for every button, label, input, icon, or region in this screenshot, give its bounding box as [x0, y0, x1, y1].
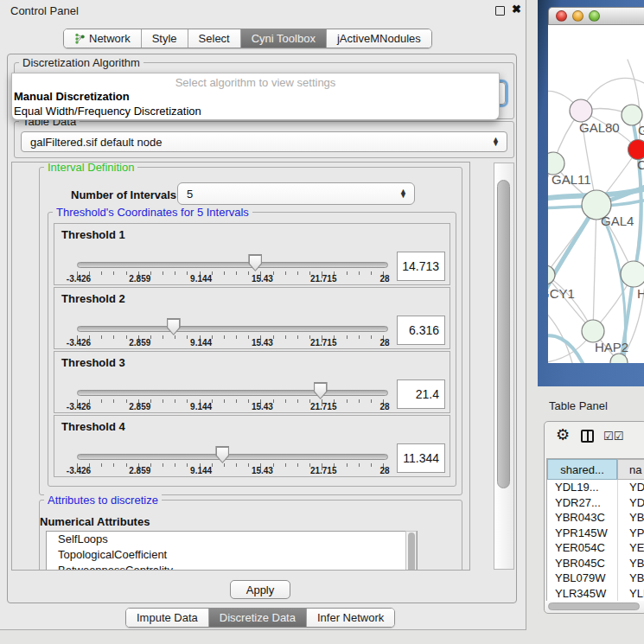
- tab-cyni-toolbox-label: Cyni Toolbox: [252, 32, 316, 45]
- attribute-list-item[interactable]: TopologicalCoefficient: [47, 547, 417, 563]
- table-cell-shared-name[interactable]: YPR145W: [547, 526, 617, 541]
- settings-scrollbar-thumb[interactable]: [497, 180, 510, 488]
- slider-scale-label: 2.859: [129, 274, 150, 284]
- table-cell-shared-name[interactable]: YBR045C: [547, 556, 617, 571]
- table-cell-name[interactable]: YPR1: [617, 526, 644, 541]
- slider-tick: [224, 463, 225, 467]
- table-cell-shared-name[interactable]: YDL19...: [547, 480, 617, 495]
- table-header-name[interactable]: na: [617, 459, 644, 480]
- node-label-hap2: HAP2: [595, 340, 628, 354]
- threshold-slider-thumb[interactable]: [215, 446, 229, 463]
- network-canvas[interactable]: GAL80 G GAL11 C GAL4 GCY1 H HAP2: [548, 25, 644, 363]
- settings-vertical-scrollbar[interactable]: [494, 163, 514, 570]
- tab-select[interactable]: Select: [188, 29, 241, 48]
- attribute-list-item[interactable]: BetweennessCentrality: [47, 563, 417, 571]
- apply-button[interactable]: Apply: [230, 580, 290, 599]
- threshold-label: Threshold 1: [61, 228, 125, 241]
- slider-scale-label: 28: [379, 274, 389, 284]
- zoom-traffic-light[interactable]: [589, 10, 600, 22]
- table-horizontal-scrollbar-thumb[interactable]: [548, 603, 640, 610]
- threshold-value-field[interactable]: 11.344: [397, 443, 445, 473]
- node-label-gal11: GAL11: [552, 172, 591, 187]
- control-panel-window: Control Panel ✖ Network Style Select Cyn…: [0, 0, 526, 630]
- slider-scale-label: 2.859: [129, 466, 150, 475]
- table-row[interactable]: YDL19...YDL1: [547, 480, 644, 495]
- threshold-value-field[interactable]: 21.4: [397, 379, 445, 409]
- threshold-slider-track[interactable]: [77, 454, 388, 460]
- table-data-combobox[interactable]: galFiltered.sif default node ▲▼: [21, 131, 507, 152]
- column-layout-icon[interactable]: [581, 430, 594, 443]
- threshold-slider-thumb[interactable]: [248, 254, 262, 271]
- node-attribute-table: shared... na YDL19...YDL1YDR27...YDR2YBR…: [546, 458, 644, 602]
- table-cell-name[interactable]: YBR0: [617, 556, 644, 571]
- node-label-gcy1: GCY1: [548, 286, 575, 301]
- number-of-intervals-value: 5: [187, 188, 193, 201]
- tab-impute-data[interactable]: Impute Data: [126, 609, 209, 627]
- table-row[interactable]: YLR345WYLR3: [547, 586, 644, 602]
- table-row[interactable]: YBR043CYBR0: [547, 510, 644, 526]
- table-cell-shared-name[interactable]: YER054C: [547, 540, 617, 556]
- table-row[interactable]: YBR045CYBR0: [547, 556, 644, 571]
- network-node[interactable]: [621, 261, 644, 287]
- table-row[interactable]: YBL079WYBL0: [547, 571, 644, 586]
- slider-tick: [248, 463, 249, 467]
- attributes-list-scrollbar-thumb[interactable]: [408, 532, 415, 571]
- table-horizontal-scrollbar[interactable]: [545, 601, 644, 612]
- threshold-slider-thumb[interactable]: [314, 382, 328, 399]
- threshold-slider-thumb[interactable]: [167, 318, 181, 335]
- slider-tick: [297, 399, 298, 403]
- table-cell-name[interactable]: YDL1: [617, 480, 644, 495]
- tab-discretize-data[interactable]: Discretize Data: [209, 609, 307, 627]
- tab-jactivemnodules[interactable]: jActiveMNodules: [327, 29, 431, 48]
- dropdown-option-equal-width[interactable]: Equal Width/Frequency Discretization: [12, 104, 499, 118]
- slider-tick: [248, 399, 249, 403]
- network-window-titlebar[interactable]: [548, 7, 644, 25]
- table-cell-shared-name[interactable]: YLR345W: [547, 586, 617, 602]
- threshold-panel: Threshold 4 -3.4262.8599.14415.4321.7152…: [54, 415, 450, 477]
- threshold-panel: Threshold 3 -3.4262.8599.14415.4321.7152…: [54, 351, 450, 413]
- minimize-traffic-light[interactable]: [572, 10, 583, 22]
- slider-scale-label: 28: [379, 466, 389, 475]
- table-cell-name[interactable]: YBR0: [617, 510, 644, 526]
- numerical-attributes-label: Numerical Attributes: [40, 515, 150, 528]
- slider-tick: [248, 335, 249, 339]
- tab-cyni-toolbox[interactable]: Cyni Toolbox: [241, 29, 327, 48]
- close-icon[interactable]: ✖: [512, 3, 521, 16]
- slider-tick: [163, 399, 163, 403]
- tab-infer-network[interactable]: Infer Network: [307, 609, 394, 627]
- table-cell-name[interactable]: YLR3: [617, 586, 644, 602]
- table-cell-shared-name[interactable]: YBR043C: [547, 510, 617, 526]
- threshold-value-field[interactable]: 6.316: [397, 316, 445, 345]
- gear-icon[interactable]: ⚙: [556, 425, 570, 444]
- threshold-slider-track[interactable]: [77, 390, 388, 396]
- tab-network[interactable]: Network: [64, 29, 142, 48]
- table-header-shared-name[interactable]: shared...: [547, 459, 617, 480]
- dropdown-prompt-item[interactable]: Select algorithm to view settings: [12, 73, 499, 89]
- network-node[interactable]: [570, 99, 592, 122]
- tab-style[interactable]: Style: [142, 29, 188, 48]
- threshold-value-field[interactable]: 14.713: [397, 252, 445, 281]
- slider-tick: [113, 335, 114, 339]
- checkbox-columns-icon[interactable]: ☑☑: [603, 430, 623, 443]
- slider-scale-label: 2.859: [129, 338, 150, 348]
- attribute-list-item[interactable]: SelfLoops: [47, 532, 417, 547]
- number-of-intervals-combobox[interactable]: 5 ▲▼: [177, 182, 415, 205]
- threshold-label: Threshold 2: [61, 292, 125, 305]
- slider-tick: [163, 463, 163, 467]
- attributes-list-scrollbar[interactable]: [405, 531, 417, 571]
- table-row[interactable]: YPR145WYPR1: [547, 526, 644, 541]
- table-row[interactable]: YDR27...YDR2: [547, 495, 644, 511]
- threshold-slider-track[interactable]: [77, 262, 388, 268]
- slider-scale-label: -3.426: [67, 274, 91, 284]
- slider-tick: [285, 399, 286, 403]
- table-cell-name[interactable]: YDR2: [617, 495, 644, 511]
- table-cell-name[interactable]: YBL0: [617, 571, 644, 586]
- table-cell-name[interactable]: YER0: [617, 540, 644, 556]
- float-window-icon[interactable]: [495, 6, 505, 16]
- table-row[interactable]: YER054CYER0: [547, 540, 644, 556]
- table-cell-shared-name[interactable]: YDR27...: [547, 495, 617, 511]
- dropdown-option-manual-discretization[interactable]: Manual Discretization: [12, 89, 499, 104]
- close-traffic-light[interactable]: [556, 10, 567, 22]
- table-cell-shared-name[interactable]: YBL079W: [547, 571, 617, 586]
- threshold-slider-track[interactable]: [77, 326, 388, 332]
